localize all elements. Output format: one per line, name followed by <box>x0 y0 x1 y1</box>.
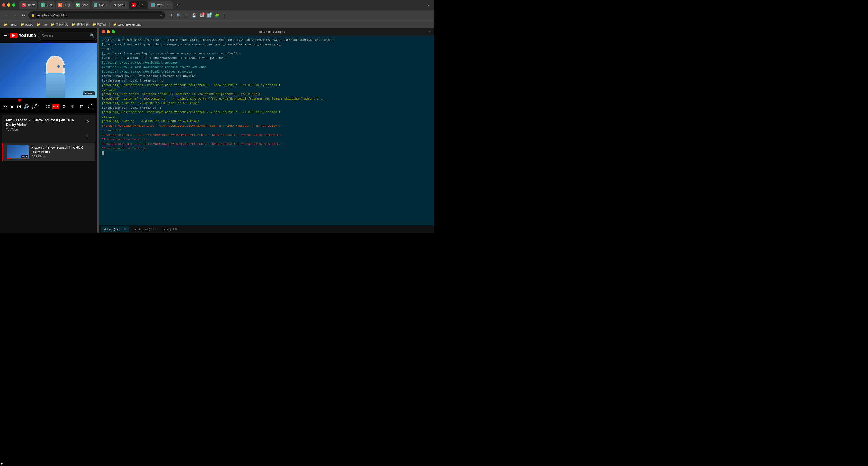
terminal-cursor <box>102 151 104 155</box>
fullscreen-button[interactable]: ⛶ <box>87 103 94 110</box>
bookmark-star-icon[interactable]: ☆ <box>160 14 162 17</box>
term-line-0: 2023-04-16 10:02:49,669-INFO: Start down… <box>102 38 431 42</box>
search-input[interactable] <box>41 34 88 38</box>
terminal-close-button[interactable] <box>102 30 105 33</box>
tab-gmail[interactable]: M Inbox <box>19 1 37 9</box>
reload-button[interactable]: ↻ <box>20 11 27 19</box>
tab-zhifu[interactable]: 支 支付 <box>38 1 55 9</box>
bookmark-newproduct[interactable]: 📁 新产品 <box>91 22 108 27</box>
elsa-eye-left <box>58 65 60 68</box>
video-content-elsa <box>39 54 72 98</box>
extensions-puzzle-icon[interactable]: 🧩 <box>213 12 221 19</box>
terminal-maximize-button[interactable] <box>112 30 115 33</box>
tab-close-http[interactable]: ✕ <box>166 3 170 7</box>
mix-more-button[interactable]: ⋮ <box>83 133 91 141</box>
tab-favicon-kaifang: C <box>58 3 62 7</box>
bookmark-basics-label: 📁 <box>71 23 75 26</box>
theater-mode-button[interactable]: ⊡ <box>78 103 85 110</box>
playlist-item[interactable]: ▶ 4:11 Frozen 2 - Show Yourself | 4K HDR… <box>2 143 95 161</box>
video-frame[interactable]: 4K HDR <box>0 43 97 98</box>
captions-button[interactable]: CC <box>44 104 51 109</box>
bookmark-tmp[interactable]: 📁 tmp <box>35 22 48 27</box>
minimize-window-button[interactable] <box>7 3 10 6</box>
terminal-resize-buttons: ⤢ <box>428 30 431 34</box>
youtube-search-bar[interactable]: 🔍 <box>38 31 97 40</box>
hdr-button[interactable]: HDR <box>52 104 59 109</box>
terminal-tab-1-num: ⌘1 <box>122 228 126 231</box>
extension-icon-1[interactable]: 🅰 4 <box>198 12 205 19</box>
tab-label-http: http:... <box>156 3 165 6</box>
back-button[interactable]: ← <box>2 11 10 19</box>
terminal-tab-3-num: ⌘3 <box>173 228 177 231</box>
bookmark-home-text: home <box>9 23 17 26</box>
save-page-icon[interactable]: 💾 <box>190 12 197 19</box>
term-line-1: [youtube:tab] Extracting URL: https://ww… <box>102 42 431 52</box>
progress-bar-handle[interactable] <box>18 99 21 101</box>
youtube-menu-button[interactable]: ☰ <box>3 31 8 40</box>
tab-chat[interactable]: 💬 Chat <box>73 1 90 9</box>
term-line-6: [youtube] GPpwI_m598Q: Downloading playe… <box>102 69 431 74</box>
tab-usages[interactable]: U Usa... <box>91 1 110 9</box>
download-icon[interactable]: ⬇ <box>167 12 175 19</box>
terminal-tab-2[interactable]: docker (ssh) ⌘2 <box>130 227 159 232</box>
address-bar[interactable]: 🔒 youtube.com/watch?... ☆ <box>28 11 165 19</box>
bookmark-basics[interactable]: 📁 基础知识 <box>70 22 90 27</box>
tab-favicon-github: ⌥ <box>113 3 117 7</box>
bookmarks-bar: 📁 home 📁 public 📁 tmp 📁 架构知识 📁 基础知识 📁 新产… <box>0 21 434 28</box>
bookmark-public[interactable]: 📁 public <box>19 22 35 27</box>
tab-list-button[interactable]: ⌄ <box>425 2 432 8</box>
tab-close-youtube[interactable]: ✕ <box>141 3 145 7</box>
thumbnail-duration: 4:11 <box>21 155 28 158</box>
miniplayer-button[interactable]: ⧉ <box>69 103 76 110</box>
terminal-tabs: docker (ssh) ⌘1 docker (ssh) ⌘2 (-zsh) ⌘… <box>98 225 434 233</box>
zoom-icon[interactable]: 🔍 <box>175 12 182 19</box>
extension-icon-2[interactable]: 🔢 5 <box>206 12 213 19</box>
terminal-body[interactable]: 2023-04-16 10:02:49,669-INFO: Start down… <box>98 36 434 225</box>
tab-end-buttons: ⌄ <box>425 2 432 8</box>
bookmark-other[interactable]: 📁 Other Bookmarks <box>112 22 143 27</box>
tab-youtube[interactable]: ▶ F ✕ <box>129 1 148 9</box>
mix-subtitle: YouTube <box>6 128 85 131</box>
term-line-3: [youtube] Extracting URL: https://www.yo… <box>102 56 431 60</box>
terminal-resize-icon[interactable]: ⤢ <box>428 30 431 34</box>
time-current: 0:44 <box>32 103 37 107</box>
controls-right: CC HDR ⚙ ⧉ ⊡ ⛶ <box>44 103 94 110</box>
tab-http[interactable]: 🌐 http:... ✕ <box>148 1 173 9</box>
close-window-button[interactable] <box>2 3 5 6</box>
tab-favicon-chat: 💬 <box>76 3 80 7</box>
terminal-tab-3-label: (-zsh) <box>163 228 171 231</box>
mix-close-button[interactable]: ✕ <box>85 118 91 124</box>
tab-kaifang[interactable]: C 开源 <box>56 1 72 9</box>
mix-title-block: Mix – Frozen 2 - Show Yourself | 4K HDR … <box>6 118 85 131</box>
forward-button[interactable]: → <box>11 11 19 19</box>
skip-back-button[interactable]: ⏮ <box>3 103 8 110</box>
youtube-logo[interactable]: YouTube <box>10 33 36 38</box>
terminal-minimize-button[interactable] <box>107 30 110 33</box>
bookmark-home[interactable]: 📁 home <box>2 22 18 27</box>
tab-bar: M Inbox 支 支付 C 开源 💬 Chat U Usa... ⌥ yt-d… <box>0 0 434 10</box>
terminal-tab-3[interactable]: (-zsh) ⌘3 <box>160 227 180 232</box>
bookmark-icon[interactable]: ☆ <box>183 12 190 19</box>
new-tab-button[interactable]: + <box>174 1 181 9</box>
settings-button[interactable]: ⚙ <box>60 103 68 110</box>
search-icon: 🔍 <box>90 33 94 38</box>
maximize-window-button[interactable] <box>12 3 15 6</box>
terminal-tab-1-label: docker (ssh) <box>104 228 121 231</box>
main-area: ☰ YouTube 🔍 🎤 ＋ 🔔 👤 <box>0 28 434 233</box>
thumb-progress-fill <box>7 158 11 159</box>
tab-favicon-usages: U <box>94 3 97 7</box>
progress-bar-fill <box>3 100 20 100</box>
terminal-tab-1[interactable]: docker (ssh) ⌘1 <box>101 227 129 232</box>
bookmark-separator <box>110 23 110 27</box>
tab-github[interactable]: ⌥ yt-d... <box>110 1 129 9</box>
bookmark-architecture[interactable]: 📁 架构知识 <box>49 22 69 27</box>
volume-button[interactable]: 🔊 <box>24 103 29 110</box>
term-line-15: [download] 100% of 4.08MiB in 00:00:00 a… <box>102 119 431 124</box>
skip-forward-button[interactable]: ⏭ <box>17 103 21 110</box>
more-options-icon[interactable]: ⋮ <box>221 12 228 19</box>
toolbar-icons: ⬇ 🔍 ☆ 💾 🅰 4 🔢 5 🧩 ⋮ <box>167 12 228 19</box>
terminal-panel: docker logs yt-dlp -f ⤢ 2023-04-16 10:02… <box>98 28 434 233</box>
elsa-body <box>46 74 65 98</box>
progress-bar[interactable] <box>3 100 94 100</box>
play-pause-button[interactable]: ▶ <box>10 103 15 110</box>
